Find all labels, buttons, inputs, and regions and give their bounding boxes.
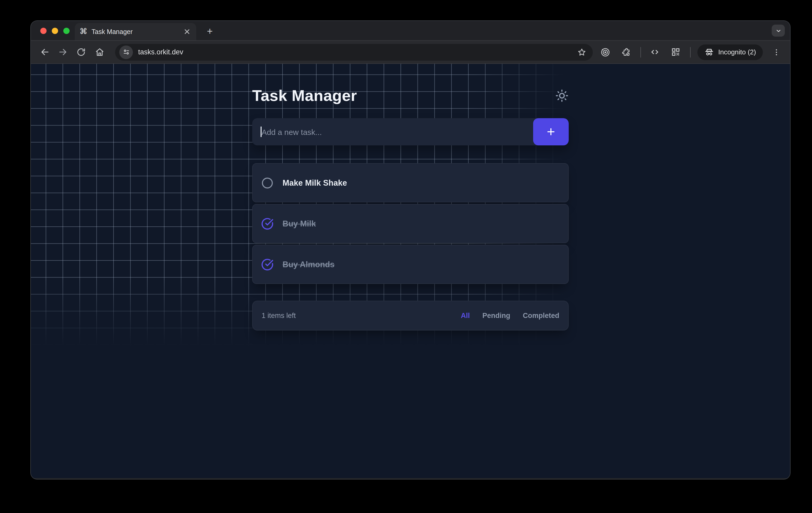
- add-task-row: +: [252, 118, 569, 145]
- page-title: Task Manager: [252, 87, 357, 104]
- task-manager-app: Task Manager + Make Milk Shake: [252, 87, 569, 331]
- reload-icon: [77, 47, 86, 57]
- incognito-badge[interactable]: Incognito (2): [697, 44, 763, 60]
- tab-close-icon[interactable]: [182, 27, 192, 36]
- circle-check-icon[interactable]: [261, 258, 273, 271]
- qr-share-button[interactable]: [669, 45, 683, 59]
- new-tab-button[interactable]: +: [202, 24, 217, 39]
- window-close-button[interactable]: [40, 28, 47, 34]
- new-task-input[interactable]: [252, 118, 533, 145]
- chevron-down-icon: [775, 27, 781, 34]
- bookmark-button[interactable]: [575, 45, 588, 59]
- tab-title: Task Manager: [92, 28, 178, 35]
- task-label: Buy Milk: [283, 219, 316, 228]
- home-button[interactable]: [93, 45, 106, 59]
- star-icon: [577, 47, 586, 57]
- incognito-icon: [704, 47, 714, 57]
- orbit-icon: [600, 47, 610, 57]
- task-label: Buy Almonds: [283, 260, 335, 269]
- browser-tab[interactable]: ⌘ Task Manager: [75, 23, 196, 40]
- add-task-button[interactable]: +: [533, 118, 569, 145]
- window-maximize-button[interactable]: [63, 28, 69, 34]
- task-row[interactable]: Buy Milk: [252, 204, 569, 243]
- filter-pending[interactable]: Pending: [483, 312, 511, 320]
- task-list: Make Milk Shake Buy Milk Buy Almonds: [252, 163, 569, 284]
- code-brackets-icon: [650, 47, 660, 57]
- traffic-lights: [40, 28, 69, 34]
- address-bar[interactable]: tasks.orkit.dev: [115, 44, 592, 60]
- forward-button[interactable]: [56, 45, 69, 59]
- toolbar-separator: [690, 47, 690, 57]
- back-button[interactable]: [38, 45, 51, 59]
- window-minimize-button[interactable]: [52, 28, 58, 34]
- items-left-count: 1 items left: [262, 312, 296, 320]
- circle-unchecked-icon[interactable]: [261, 177, 273, 189]
- forward-arrow-icon: [58, 47, 68, 57]
- sun-icon: [555, 89, 569, 102]
- tab-strip: ⌘ Task Manager +: [31, 21, 790, 40]
- task-row[interactable]: Buy Almonds: [252, 245, 569, 284]
- puzzle-icon: [621, 47, 631, 57]
- orbit-extension-button[interactable]: [598, 45, 612, 59]
- screen: ⌘ Task Manager +: [0, 0, 812, 513]
- task-row[interactable]: Make Milk Shake: [252, 163, 569, 202]
- browser-menu-button[interactable]: [770, 45, 783, 59]
- extensions-button[interactable]: [619, 45, 633, 59]
- browser-toolbar: tasks.orkit.dev Incognito (2): [31, 40, 790, 64]
- filter-group: All Pending Completed: [461, 312, 559, 320]
- reload-button[interactable]: [74, 45, 88, 59]
- site-settings-button[interactable]: [119, 45, 133, 59]
- kebab-menu-icon: [772, 48, 781, 56]
- url-text[interactable]: tasks.orkit.dev: [138, 48, 575, 56]
- circle-check-icon[interactable]: [261, 217, 273, 230]
- incognito-label: Incognito (2): [718, 48, 756, 56]
- task-footer: 1 items left All Pending Completed: [252, 301, 569, 331]
- back-arrow-icon: [39, 47, 50, 57]
- browser-window: ⌘ Task Manager +: [31, 21, 790, 479]
- theme-toggle-button[interactable]: [555, 89, 569, 103]
- tab-search-button[interactable]: [772, 25, 785, 37]
- filter-all[interactable]: All: [461, 312, 470, 320]
- task-label: Make Milk Shake: [283, 178, 347, 187]
- toolbar-separator: [640, 47, 641, 57]
- app-header: Task Manager: [252, 87, 569, 104]
- home-icon: [94, 47, 105, 57]
- tab-favicon-icon: ⌘: [80, 28, 87, 36]
- page-content: Task Manager + Make Milk Shake: [31, 64, 790, 478]
- devtools-button[interactable]: [648, 45, 662, 59]
- qr-code-icon: [671, 47, 681, 57]
- text-caret: [261, 126, 261, 137]
- tune-icon: [122, 48, 130, 56]
- filter-completed[interactable]: Completed: [523, 312, 559, 320]
